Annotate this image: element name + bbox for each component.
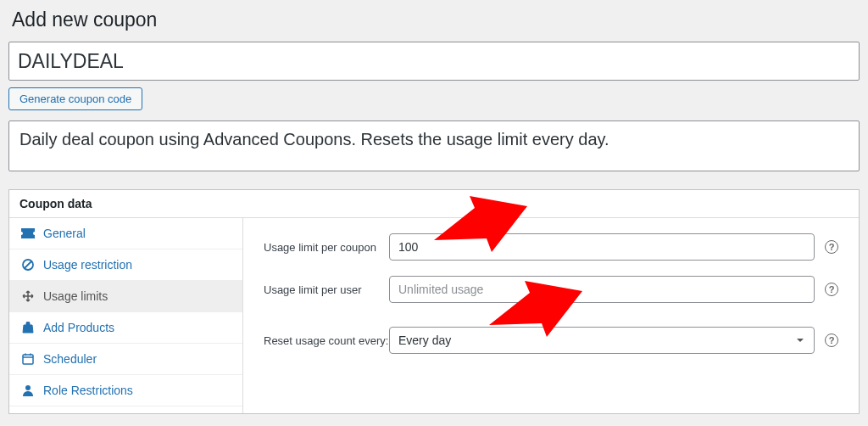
reset-usage-count-select[interactable]: Every day xyxy=(389,327,815,354)
coupon-description-input[interactable]: Daily deal coupon using Advanced Coupons… xyxy=(8,121,860,171)
generate-coupon-button[interactable]: Generate coupon code xyxy=(8,87,142,110)
help-icon[interactable]: ? xyxy=(825,283,838,296)
ticket-icon xyxy=(21,228,35,238)
calendar-icon xyxy=(21,353,35,365)
tab-general[interactable]: General xyxy=(9,218,242,249)
tab-scheduler[interactable]: Scheduler xyxy=(9,344,242,375)
usage-limit-per-user-input[interactable] xyxy=(389,276,815,303)
svg-rect-2 xyxy=(23,355,33,364)
panel-header-title: Coupon data xyxy=(9,190,859,218)
usage-limit-per-user-label: Usage limit per user xyxy=(264,283,389,296)
tab-label: Role Restrictions xyxy=(43,384,133,397)
svg-line-1 xyxy=(25,261,31,268)
tab-label: Scheduler xyxy=(43,352,97,366)
tab-usage-limits[interactable]: Usage limits xyxy=(9,281,242,312)
help-icon[interactable]: ? xyxy=(825,240,838,254)
tab-label: Usage limits xyxy=(43,289,108,303)
usage-limit-per-coupon-input[interactable] xyxy=(389,233,815,261)
tab-label: Usage restriction xyxy=(43,258,132,272)
reset-usage-count-label: Reset usage count every: xyxy=(264,334,389,347)
tab-label: General xyxy=(43,227,86,240)
coupon-data-tabs: General Usage restriction Usage limits A… xyxy=(9,218,243,413)
coupon-code-input[interactable] xyxy=(8,42,860,81)
svg-point-6 xyxy=(25,385,31,390)
tab-add-products[interactable]: Add Products xyxy=(9,312,242,344)
tab-role-restrictions[interactable]: Role Restrictions xyxy=(9,375,242,406)
usage-limits-content: Usage limit per coupon ? Usage limit per… xyxy=(243,218,859,413)
no-entry-icon xyxy=(21,259,35,271)
tab-usage-restriction[interactable]: Usage restriction xyxy=(9,249,242,281)
help-icon[interactable]: ? xyxy=(825,334,838,347)
person-icon xyxy=(21,384,35,396)
usage-limit-per-coupon-label: Usage limit per coupon xyxy=(264,241,389,254)
move-icon xyxy=(21,290,35,302)
tab-label: Add Products xyxy=(43,321,114,334)
bag-icon xyxy=(21,322,35,334)
page-title: Add new coupon xyxy=(8,8,860,42)
coupon-data-panel: Coupon data General Usage restriction Us… xyxy=(8,189,860,414)
